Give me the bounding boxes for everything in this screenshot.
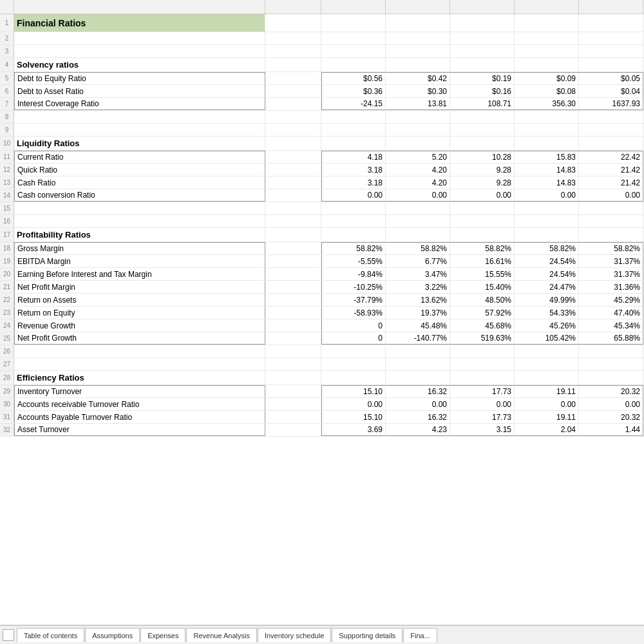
tab-bar: Table of contentsAssumptionsExpensesReve… [0, 625, 644, 644]
table-row: 25Net Profit Growth0-140.77%519.63%105.4… [0, 332, 644, 345]
data-cell-g: 105.42% [515, 332, 579, 345]
data-cell-f: 58.82% [450, 242, 515, 254]
data-cell-d: 15.10 [321, 411, 386, 423]
data-cell-d: -58.93% [321, 307, 386, 319]
table-row: 5Debt to Equity Ratio$0.56$0.42$0.19$0.0… [0, 72, 644, 85]
data-cell-g: 58.82% [515, 242, 579, 254]
col-header-c [265, 0, 321, 14]
data-cell-h: 31.37% [579, 255, 643, 267]
row-label: Interest Coverage Ratio [14, 98, 265, 110]
data-cell-d: $0.36 [321, 85, 386, 97]
data-cell-g: 14.83 [515, 164, 579, 176]
table-row: 26 [0, 345, 644, 358]
table-row: 30Accounts receivable Turnover Ratio0.00… [0, 398, 644, 411]
table-row: 21Net Profit Margin-10.25%3.22%15.40%24.… [0, 281, 644, 294]
tab-2[interactable]: Expenses [140, 628, 185, 642]
page-title: Financial Ratios [14, 14, 265, 32]
table-row: 15 [0, 202, 644, 215]
data-cell-h: 58.82% [579, 242, 643, 254]
grid: 1Financial Ratios234Solvency ratios5Debt… [0, 14, 644, 625]
table-row: 12Quick Ratio3.184.209.2814.8321.42 [0, 164, 644, 176]
data-cell-e: 3.47% [386, 268, 450, 280]
table-row: 9 [0, 124, 644, 137]
data-cell-h: 1637.93 [579, 98, 643, 110]
data-cell-e: 58.82% [386, 242, 450, 254]
data-cell-d: -9.84% [321, 268, 386, 280]
section-title: Efficiency Ratios [14, 371, 265, 384]
data-cell-g: 45.26% [515, 319, 579, 332]
table-row: 28Efficiency Ratios [0, 371, 644, 385]
data-cell-f: 10.28 [450, 151, 515, 163]
table-row: 24Revenue Growth045.48%45.68%45.26%45.34… [0, 319, 644, 332]
data-cell-e: 16.32 [386, 411, 450, 423]
data-cell-f: 15.40% [450, 281, 515, 293]
tab-nav-prev[interactable] [3, 629, 14, 641]
data-cell-f: 519.63% [450, 332, 515, 345]
data-cell-d: 3.69 [321, 424, 386, 436]
data-cell-g: 24.54% [515, 255, 579, 267]
table-row: 22Return on Assets-37.79%13.62%48.50%49.… [0, 294, 644, 307]
table-row: 6Debt to Asset Ratio$0.36$0.30$0.16$0.08… [0, 85, 644, 98]
data-cell-h: 0.00 [579, 189, 643, 202]
data-cell-e: 45.48% [386, 319, 450, 332]
table-row: 7Interest Coverage Ratio-24.1513.81108.7… [0, 98, 644, 111]
data-cell-f: 16.61% [450, 255, 515, 267]
section-title: Solvency ratios [14, 58, 265, 71]
tab-1[interactable]: Assumptions [85, 628, 140, 642]
data-cell-d: 0.00 [321, 189, 386, 202]
row-label: Net Profit Margin [14, 281, 265, 293]
table-row: 1Financial Ratios [0, 14, 644, 32]
data-cell-d: 0 [321, 332, 386, 345]
data-cell-e: 4.20 [386, 164, 450, 176]
data-cell-g: 0.00 [515, 189, 579, 202]
data-cell-h: 22.42 [579, 151, 643, 163]
table-row: 4Solvency ratios [0, 58, 644, 72]
data-cell-e: -140.77% [386, 332, 450, 345]
data-cell-g: 356.30 [515, 98, 579, 110]
data-cell-f: 17.73 [450, 411, 515, 423]
data-cell-e: 0.00 [386, 189, 450, 202]
data-cell-g: $0.08 [515, 85, 579, 97]
table-row: 19EBITDA Margin-5.55%6.77%16.61%24.54%31… [0, 255, 644, 268]
row-label: Accounts receivable Turnover Ratio [14, 398, 265, 410]
tab-6[interactable]: Fina... [403, 628, 437, 642]
col-header-f [450, 0, 515, 14]
tab-3[interactable]: Revenue Analysis [186, 628, 256, 642]
table-row: 29Inventory Turnover15.1016.3217.7319.11… [0, 385, 644, 398]
table-row: 8 [0, 111, 644, 124]
tab-4[interactable]: Inventory schedule [258, 628, 331, 642]
data-cell-e: 6.77% [386, 255, 450, 267]
data-cell-g: 19.11 [515, 385, 579, 397]
data-cell-d: 0.00 [321, 398, 386, 410]
row-label: Return on Assets [14, 294, 265, 306]
data-cell-d: 3.18 [321, 176, 386, 189]
data-cell-e: 3.22% [386, 281, 450, 293]
data-cell-g: 15.83 [515, 151, 579, 163]
table-row: 16 [0, 215, 644, 228]
spreadsheet: 1Financial Ratios234Solvency ratios5Debt… [0, 14, 644, 625]
table-row: 14Cash conversion Ratio0.000.000.000.000… [0, 189, 644, 202]
col-header-h [579, 0, 643, 14]
tab-0[interactable]: Table of contents [17, 628, 84, 642]
data-cell-e: 4.23 [386, 424, 450, 436]
row-label: Revenue Growth [14, 319, 265, 332]
row-label: Return on Equity [14, 307, 265, 319]
row-label: Cash conversion Ratio [14, 189, 265, 202]
data-cell-e: 5.20 [386, 151, 450, 163]
data-cell-e: 0.00 [386, 398, 450, 410]
data-cell-d: 0 [321, 319, 386, 332]
table-row: 27 [0, 358, 644, 371]
row-label: Cash Ratio [14, 176, 265, 189]
tab-5[interactable]: Supporting details [332, 628, 402, 642]
data-cell-h: 45.34% [579, 319, 643, 332]
data-cell-d: 4.18 [321, 151, 386, 163]
data-cell-g: 0.00 [515, 398, 579, 410]
data-cell-h: 1.44 [579, 424, 643, 436]
data-cell-g: 49.99% [515, 294, 579, 306]
data-cell-f: 9.28 [450, 176, 515, 189]
col-header-d [321, 0, 386, 14]
data-cell-h: $0.04 [579, 85, 643, 97]
row-label: Quick Ratio [14, 164, 265, 176]
table-row: 11Current Ratio4.185.2010.2815.8322.42 [0, 151, 644, 164]
table-row: 13Cash Ratio3.184.209.2814.8321.42 [0, 176, 644, 189]
